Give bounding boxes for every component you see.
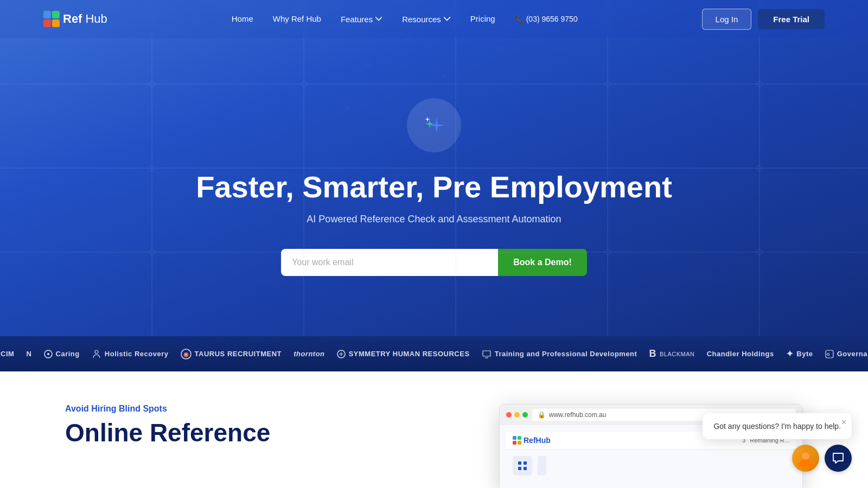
hero-title: Faster, Smarter, Pre Employment bbox=[196, 170, 672, 204]
hero-grid-decoration bbox=[0, 0, 868, 336]
nav-features-label: Features bbox=[341, 15, 373, 24]
chevron-down-icon-2 bbox=[443, 15, 451, 23]
navbar: RefHub Home Why Ref Hub Features Resourc… bbox=[0, 0, 868, 38]
chat-bubble: × Got any questions? I'm happy to help. bbox=[703, 413, 852, 439]
svg-text:G: G bbox=[827, 352, 830, 356]
phone-text: (03) 9656 9750 bbox=[526, 15, 578, 23]
logo-training: Training and Professional Development bbox=[482, 349, 637, 359]
nav-resources[interactable]: Resources bbox=[402, 15, 451, 24]
logo-cim: CIM bbox=[1, 350, 14, 358]
hero-subtitle: AI Powered Reference Check and Assessmen… bbox=[307, 214, 561, 225]
logo-thornton-text: thornton bbox=[293, 350, 324, 358]
svg-point-15 bbox=[757, 81, 762, 87]
governa-icon: G bbox=[825, 350, 834, 358]
logo-holistic-text: Holistic Recovery bbox=[105, 350, 169, 358]
chat-message: Got any questions? I'm happy to help. bbox=[713, 422, 841, 431]
book-demo-button[interactable]: Book a Demo! bbox=[498, 249, 587, 276]
expand-arrow bbox=[538, 456, 546, 476]
svg-rect-38 bbox=[518, 436, 521, 440]
chat-open-button[interactable] bbox=[825, 445, 852, 472]
chat-avatar-row bbox=[703, 445, 852, 472]
lower-tag: Avoid Hiring Blind Spots bbox=[65, 404, 418, 414]
svg-point-21 bbox=[757, 249, 762, 255]
svg-rect-41 bbox=[518, 461, 521, 465]
login-button[interactable]: Log In bbox=[702, 9, 752, 30]
chat-close-button[interactable]: × bbox=[841, 418, 846, 427]
svg-rect-1 bbox=[52, 11, 60, 18]
nav-features[interactable]: Features bbox=[341, 15, 382, 24]
svg-rect-3 bbox=[52, 20, 60, 27]
sparkle-container bbox=[407, 98, 461, 152]
browser-url: www.refhub.com.au bbox=[549, 411, 606, 419]
training-icon bbox=[482, 349, 492, 359]
logo-n: N bbox=[27, 350, 32, 358]
taurus-icon: ♉ bbox=[181, 349, 192, 359]
svg-point-20 bbox=[605, 249, 610, 255]
logo-governa-text: Governa bbox=[837, 350, 867, 358]
nav-links: Home Why Ref Hub Features Resources Pric… bbox=[232, 14, 578, 24]
hero-section: Faster, Smarter, Pre Employment AI Power… bbox=[0, 0, 868, 336]
logo-hub: Hub bbox=[85, 12, 107, 26]
grid-icon-svg bbox=[518, 461, 527, 470]
chat-widget: × Got any questions? I'm happy to help. bbox=[703, 413, 852, 472]
svg-point-45 bbox=[802, 452, 809, 460]
svg-rect-0 bbox=[43, 11, 51, 18]
svg-point-13 bbox=[301, 81, 307, 87]
logo-chandler-text: Chandler Holdings bbox=[707, 350, 774, 358]
nav-why-ref-hub[interactable]: Why Ref Hub bbox=[273, 14, 321, 23]
hero-form: Book a Demo! bbox=[281, 249, 587, 276]
logo-caring: Caring bbox=[44, 350, 80, 358]
svg-point-16 bbox=[149, 165, 155, 171]
refhub-icon-small bbox=[513, 436, 521, 445]
chat-agent-avatar bbox=[792, 445, 819, 472]
svg-rect-39 bbox=[513, 441, 516, 445]
lock-icon: 🔒 bbox=[538, 411, 546, 419]
svg-point-26 bbox=[443, 74, 446, 78]
caring-icon bbox=[44, 350, 53, 358]
browser-logo-text: RefHub bbox=[524, 436, 551, 445]
minimize-dot bbox=[514, 412, 520, 418]
logo-blackman-text: B bbox=[649, 348, 657, 359]
svg-point-18 bbox=[149, 249, 155, 255]
symmetry-icon bbox=[337, 350, 346, 358]
svg-point-29 bbox=[47, 353, 49, 355]
logo-byte: ✦ Byte bbox=[786, 349, 813, 359]
chat-icon bbox=[832, 452, 844, 464]
agent-avatar-svg bbox=[796, 448, 815, 468]
logo[interactable]: RefHub bbox=[43, 11, 107, 27]
holistic-icon bbox=[92, 349, 101, 359]
lower-left-content: Avoid Hiring Blind Spots Online Referenc… bbox=[65, 404, 418, 447]
logo-blackman-name: BLACKMAN bbox=[660, 351, 695, 357]
logo-ref: Ref bbox=[63, 12, 82, 26]
svg-point-27 bbox=[346, 107, 349, 110]
svg-text:♉: ♉ bbox=[183, 352, 189, 357]
svg-rect-2 bbox=[43, 20, 51, 27]
email-input[interactable] bbox=[281, 249, 498, 276]
expand-dot bbox=[522, 412, 528, 418]
svg-rect-34 bbox=[483, 351, 490, 356]
lower-heading: Online Reference bbox=[65, 419, 418, 447]
nav-resources-label: Resources bbox=[402, 15, 441, 24]
chevron-down-icon bbox=[375, 15, 382, 23]
logo-symmetry-text: SYMMETRY HUMAN RESOURCES bbox=[349, 350, 470, 358]
nav-home[interactable]: Home bbox=[232, 14, 253, 23]
logo-caring-text: Caring bbox=[56, 350, 80, 358]
svg-rect-40 bbox=[518, 441, 521, 445]
logo-training-text: Training and Professional Development bbox=[495, 350, 637, 358]
logo-byte-icon: ✦ bbox=[786, 349, 794, 359]
phone-icon: 📞 bbox=[515, 15, 524, 23]
svg-rect-42 bbox=[524, 461, 527, 465]
logo-taurus-text: TAURUS RECRUITMENT bbox=[195, 350, 282, 358]
free-trial-button[interactable]: Free Trial bbox=[758, 9, 825, 29]
svg-point-14 bbox=[605, 81, 610, 87]
sparkle-icon bbox=[418, 109, 450, 142]
svg-point-22 bbox=[367, 63, 371, 67]
logo-holistic: Holistic Recovery bbox=[92, 349, 169, 359]
nav-pricing[interactable]: Pricing bbox=[470, 14, 495, 23]
close-dot bbox=[506, 412, 512, 418]
phone-number[interactable]: 📞 (03) 9656 9750 bbox=[515, 15, 578, 23]
logo-governa: G Governa bbox=[825, 350, 867, 358]
browser-dots bbox=[506, 412, 528, 418]
logo-symmetry: SYMMETRY HUMAN RESOURCES bbox=[337, 350, 470, 358]
logo-icon bbox=[43, 11, 60, 27]
